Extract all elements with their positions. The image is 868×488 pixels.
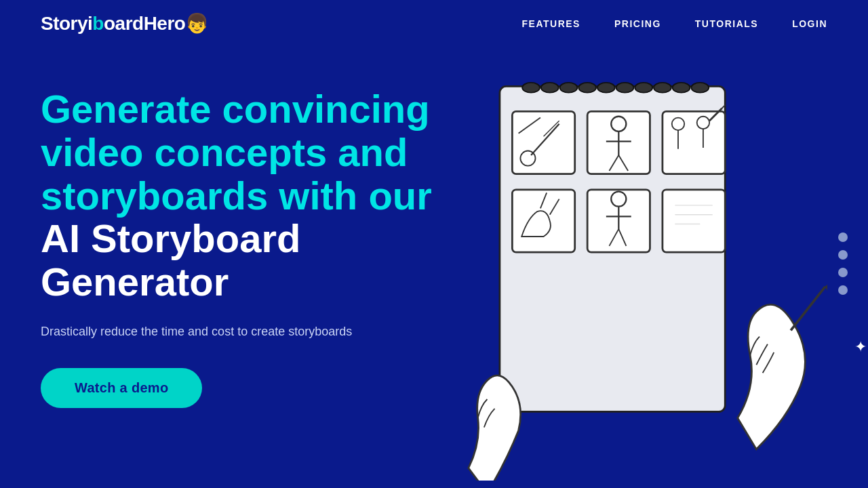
nav-tutorials[interactable]: TUTORIALS [695, 18, 758, 29]
hero-subtitle: Drastically reduce the time and cost to … [41, 323, 380, 341]
dots-navigation [838, 232, 848, 295]
svg-point-5 [597, 83, 615, 93]
dot-3[interactable] [838, 268, 848, 277]
dot-2[interactable] [838, 250, 848, 260]
hero-left: Generate convincing video concepts and s… [41, 74, 448, 408]
svg-point-1 [522, 83, 540, 93]
hero-title-line5: Generator [41, 260, 229, 304]
dot-4[interactable] [838, 285, 848, 295]
nav-pricing[interactable]: PRICING [614, 18, 661, 29]
svg-point-6 [616, 83, 634, 93]
hero-section: Generate convincing video concepts and s… [0, 47, 868, 481]
svg-point-10 [691, 83, 709, 93]
svg-marker-43 [825, 277, 827, 293]
logo[interactable]: StoryiboardHero👦 [41, 12, 209, 35]
navbar: StoryiboardHero👦 FEATURES PRICING TUTORI… [0, 0, 868, 47]
hero-title: Generate convincing video concepts and s… [41, 87, 448, 304]
svg-point-4 [578, 83, 596, 93]
hero-illustration: ✳ ✳ ✦ [448, 74, 827, 481]
hero-title-line1: Generate convincing [41, 87, 430, 131]
svg-line-42 [791, 287, 825, 331]
nav-links: FEATURES PRICING TUTORIALS LOGIN [522, 18, 827, 29]
svg-rect-38 [663, 190, 725, 252]
brand-name: StoryiboardHero👦 [41, 12, 209, 35]
hero-title-line3: storyboards with our [41, 174, 432, 218]
svg-point-7 [635, 83, 652, 93]
storyboard-svg [448, 74, 827, 481]
nav-login[interactable]: LOGIN [792, 18, 827, 29]
svg-point-2 [541, 83, 559, 93]
svg-rect-11 [512, 111, 574, 174]
svg-point-9 [673, 83, 690, 93]
svg-rect-22 [663, 111, 725, 174]
watch-demo-button[interactable]: Watch a demo [41, 368, 202, 408]
svg-point-8 [654, 83, 671, 93]
sparkle-icon-3: ✦ [854, 338, 867, 356]
hero-title-line2: video concepts and [41, 130, 408, 174]
nav-features[interactable]: FEATURES [522, 18, 580, 29]
dot-1[interactable] [838, 232, 848, 242]
hero-title-line4: AI Storyboard [41, 216, 301, 260]
svg-point-3 [560, 83, 578, 93]
